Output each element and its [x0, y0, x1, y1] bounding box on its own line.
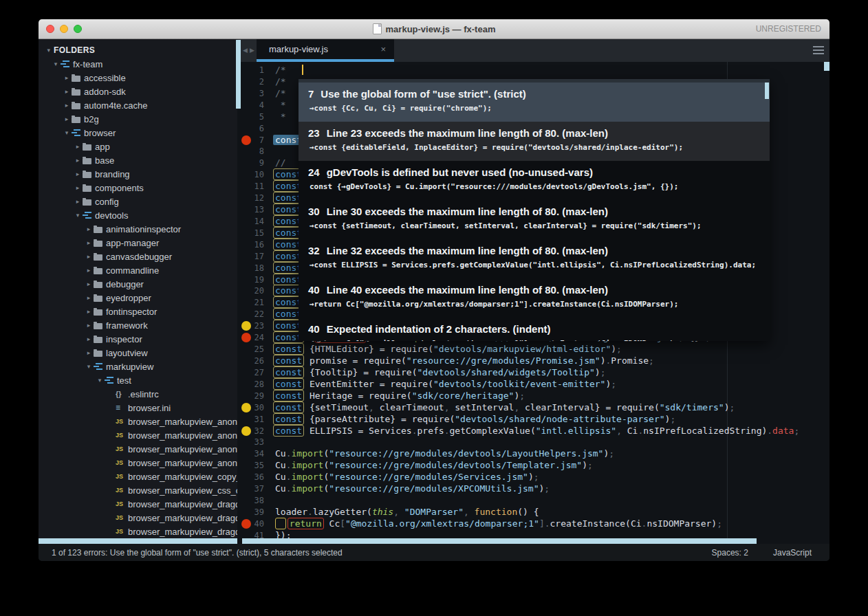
folders-section-header[interactable]: ▾ FOLDERS [39, 43, 237, 57]
sidebar-item-browser-markupview-anonym[interactable]: JSbrowser_markupview_anonym [39, 428, 237, 442]
sidebar-item-accessible[interactable]: ▸accessible [39, 71, 237, 85]
chevron-right-icon[interactable]: ▸ [73, 170, 83, 177]
code-line-34[interactable]: 34Cu.import("resource://gre/modules/devt… [237, 448, 829, 459]
chevron-right-icon[interactable]: ▸ [84, 280, 94, 287]
popup-scrollbar-thumb[interactable] [765, 82, 769, 99]
code-line-33[interactable]: 33 [237, 436, 829, 448]
tab-bar: ◀▶ markup-view.js × [237, 39, 829, 62]
code-line-26[interactable]: 26const promise = require("resource://gr… [237, 355, 829, 366]
sidebar-item-b2g[interactable]: ▸b2g [39, 112, 237, 126]
code-token: "sdk/core/heritage" [412, 390, 514, 401]
overflow-menu-icon[interactable] [813, 46, 824, 54]
chevron-down-icon[interactable]: ▾ [51, 60, 61, 67]
chevron-down-icon[interactable]: ▾ [62, 129, 72, 136]
chevron-right-icon[interactable]: ▸ [62, 102, 72, 109]
chevron-right-icon[interactable]: ▸ [84, 308, 94, 315]
lint-entry-line-40[interactable]: 40Expected indentation of 2 characters. … [299, 318, 770, 341]
sidebar-item-browser-markupview-dragdro[interactable]: JSbrowser_markupview_dragdro [39, 511, 237, 525]
lint-entry-line-7[interactable]: 7Use the global form of "use strict". (s… [299, 82, 770, 122]
tab-nav-arrows[interactable]: ◀▶ [243, 39, 257, 62]
chevron-right-icon[interactable]: ▸ [73, 198, 83, 205]
sidebar-item-branding[interactable]: ▸branding [39, 167, 237, 181]
sidebar-item-debugger[interactable]: ▸debugger [39, 277, 237, 291]
sidebar-item-fx-team[interactable]: ▾fx-team [39, 57, 237, 71]
chevron-right-icon[interactable]: ▸ [62, 74, 72, 81]
chevron-down-icon[interactable]: ▾ [73, 212, 83, 219]
code-line-37[interactable]: 37Cu.import("resource://gre/modules/XPCO… [237, 483, 829, 494]
sidebar-item-browser-markupview-dragdro[interactable]: JSbrowser_markupview_dragdro [39, 497, 237, 511]
tab-close-icon[interactable]: × [380, 39, 386, 59]
chevron-right-icon[interactable]: ▸ [84, 322, 94, 329]
sidebar-item--eslintrc[interactable]: {}.eslintrc [39, 387, 237, 401]
code-line-40[interactable]: 40 return Cc["@mozilla.org/xmlextras/dom… [237, 518, 829, 529]
sidebar-item-addon-sdk[interactable]: ▸addon-sdk [39, 85, 237, 98]
chevron-right-icon[interactable]: ▸ [73, 184, 83, 191]
chevron-right-icon[interactable]: ▸ [84, 239, 94, 246]
chevron-right-icon[interactable]: ▸ [62, 88, 72, 95]
code-token: const [273, 355, 304, 366]
code-line-31[interactable]: 31const {parseAttribute} = require("devt… [237, 413, 829, 425]
sidebar-item-devtools[interactable]: ▾devtools [39, 208, 237, 222]
sidebar-item-canvasdebugger[interactable]: ▸canvasdebugger [39, 250, 237, 263]
chevron-right-icon[interactable]: ▸ [84, 267, 94, 274]
sidebar-item-components[interactable]: ▸components [39, 181, 237, 195]
syntax-setting[interactable]: JavaScript [773, 548, 812, 558]
code-line-27[interactable]: 27const {Tooltip} = require("devtools/sh… [237, 366, 829, 378]
chevron-right-icon[interactable]: ▸ [84, 226, 94, 232]
chevron-right-icon[interactable]: ▸ [84, 253, 94, 260]
lint-entry-line-23[interactable]: 23Line 23 exceeds the maximum line lengt… [299, 122, 770, 161]
code-line-25[interactable]: 25const {HTMLEditor} = require("devtools… [237, 343, 829, 355]
indent-setting[interactable]: Spaces: 2 [712, 548, 748, 558]
code-line-28[interactable]: 28const EventEmitter = require("devtools… [237, 378, 829, 390]
chevron-down-icon[interactable]: ▾ [95, 377, 105, 384]
chevron-right-icon[interactable]: ▸ [73, 157, 83, 164]
code-line-39[interactable]: 39loader.lazyGetter(this, "DOMParser", f… [237, 506, 829, 518]
chevron-right-icon[interactable]: ▸ [84, 349, 94, 356]
lint-entry-line-24[interactable]: 24gDevTools is defined but never used (n… [299, 161, 770, 200]
sidebar-item-browser-markupview-dragdro[interactable]: JSbrowser_markupview_dragdro [39, 525, 237, 538]
sidebar-vertical-scrollbar[interactable] [236, 40, 241, 109]
sidebar-item-test[interactable]: ▾test [39, 373, 237, 387]
sidebar-item-browser-markupview-anonym[interactable]: JSbrowser_markupview_anonym [39, 415, 237, 428]
chevron-down-icon[interactable]: ▾ [84, 363, 94, 370]
lint-entry-line-30[interactable]: 30Line 30 exceeds the maximum line lengt… [299, 200, 770, 239]
sidebar-item-browser[interactable]: ▾browser [39, 126, 237, 140]
sidebar-item-browser-markupview-copy-im[interactable]: JSbrowser_markupview_copy_im [39, 470, 237, 483]
line-number: 3 [237, 88, 275, 100]
sidebar-item-app[interactable]: ▸app [39, 140, 237, 153]
chevron-right-icon[interactable]: ▸ [84, 336, 94, 342]
sidebar-item-inspector[interactable]: ▸inspector [39, 332, 237, 346]
editor-vertical-scrollbar[interactable] [824, 62, 829, 71]
code-line-30[interactable]: 30const {setTimeout, clearTimeout, setIn… [237, 402, 829, 413]
sidebar-item-browser-markupview-anonym[interactable]: JSbrowser_markupview_anonym [39, 442, 237, 456]
code-line-29[interactable]: 29const Heritage = require("sdk/core/her… [237, 390, 829, 402]
sidebar-item-markupview[interactable]: ▾markupview [39, 360, 237, 373]
lint-entry-line-40[interactable]: 40Line 40 exceeds the maximum line lengt… [299, 278, 770, 318]
sidebar-item-browser-markupview-css-com[interactable]: JSbrowser_markupview_css_com [39, 483, 237, 497]
code-line-38[interactable]: 38 [237, 494, 829, 506]
sidebar-item-framework[interactable]: ▸framework [39, 318, 237, 332]
chevron-right-icon[interactable]: ▸ [62, 116, 72, 122]
sidebar-item-app-manager[interactable]: ▸app-manager [39, 236, 237, 250]
tab-markup-view[interactable]: markup-view.js × [257, 39, 394, 62]
sidebar-item-autom4te-cache[interactable]: ▸autom4te.cache [39, 98, 237, 112]
chevron-right-icon[interactable]: ▸ [73, 143, 83, 150]
sidebar-item-fontinspector[interactable]: ▸fontinspector [39, 305, 237, 318]
sidebar-item-config[interactable]: ▸config [39, 195, 237, 208]
sidebar-item-eyedropper[interactable]: ▸eyedropper [39, 291, 237, 305]
chevron-right-icon[interactable]: ▸ [84, 294, 94, 301]
editor-horizontal-scrollbar[interactable] [242, 538, 757, 544]
code-line-1[interactable]: 1/* [237, 64, 829, 76]
sidebar-item-layoutview[interactable]: ▸layoutview [39, 346, 237, 360]
sidebar-item-browser-markupview-anonym[interactable]: JSbrowser_markupview_anonym [39, 456, 237, 470]
code-line-32[interactable]: 32const ELLIPSIS = Services.prefs.getCom… [237, 425, 829, 437]
sidebar-item-animationinspector[interactable]: ▸animationinspector [39, 222, 237, 236]
sidebar-horizontal-scrollbar[interactable] [39, 538, 237, 544]
sidebar-item-commandline[interactable]: ▸commandline [39, 263, 237, 277]
sidebar-item-base[interactable]: ▸base [39, 153, 237, 167]
sidebar-item-browser-ini[interactable]: ≡browser.ini [39, 401, 237, 415]
lint-entry-line-32[interactable]: 32Line 32 exceeds the maximum line lengt… [299, 239, 770, 278]
javascript-file-icon: JS [116, 514, 128, 521]
code-line-36[interactable]: 36Cu.import("resource://gre/modules/Serv… [237, 471, 829, 483]
code-line-35[interactable]: 35Cu.import("resource://gre/modules/devt… [237, 459, 829, 471]
